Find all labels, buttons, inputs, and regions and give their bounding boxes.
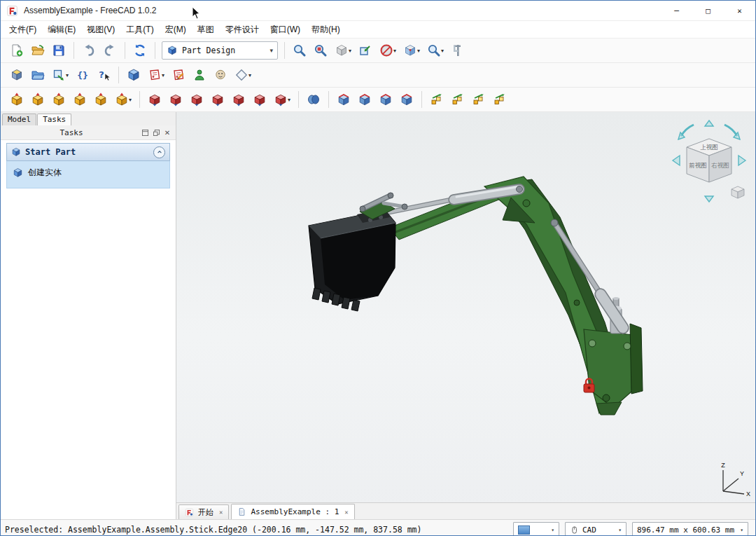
toolbar-separator (125, 42, 125, 59)
groove-icon[interactable] (187, 90, 206, 109)
chevron-down-icon: ▾ (551, 527, 554, 533)
isometric-view-icon[interactable]: ▾ (332, 41, 354, 60)
make-link-icon[interactable]: ▾ (49, 66, 71, 84)
open-document-icon[interactable] (28, 41, 48, 60)
toolbar-separator (155, 42, 155, 59)
menu-item-8[interactable]: 帮助(H) (306, 22, 346, 38)
draw-style-icon[interactable]: ▾ (377, 41, 399, 60)
task-selection-block: 创建实体 (6, 161, 170, 188)
subtractive-pipe-icon[interactable] (229, 90, 248, 109)
freecad-window: { "window": {"title": "AssemblyExample -… (0, 0, 756, 536)
create-datum-icon[interactable]: ▾ (232, 66, 254, 84)
menu-item-3[interactable]: 工具(T) (120, 22, 159, 38)
freecad-logo-icon (6, 5, 18, 17)
maximize-button[interactable]: □ (692, 1, 724, 20)
chevron-down-icon: ▾ (618, 527, 622, 533)
toolbar-separator (421, 91, 422, 108)
tab-close-icon[interactable]: ✕ (219, 509, 223, 516)
draft-icon[interactable] (376, 90, 396, 109)
axonometric-view-icon[interactable]: ▾ (400, 41, 423, 60)
navigation-cube[interactable]: 上视图 前视图 右视图 (670, 118, 748, 205)
chevron-down-icon: ▾ (270, 47, 273, 54)
measure-icon[interactable] (448, 41, 468, 60)
zoom-tools-icon[interactable]: ▾ (424, 41, 447, 60)
task-item-create-solid[interactable]: 创建实体 (7, 164, 169, 181)
close-button[interactable]: ✕ (724, 1, 755, 20)
additive-helix-icon[interactable] (91, 90, 111, 109)
new-document-icon[interactable] (7, 41, 27, 60)
create-group-icon[interactable] (28, 66, 48, 84)
subtractive-primitive-icon[interactable]: ▾ (271, 90, 293, 109)
boolean-operation-icon[interactable] (304, 90, 323, 109)
menu-item-4[interactable]: 宏(M) (160, 22, 192, 38)
additive-primitive-icon[interactable]: ▾ (112, 90, 134, 109)
viewport-size-select[interactable]: 896.47 mm x 600.63 mm ▾ (632, 522, 748, 536)
whats-this-icon[interactable] (94, 66, 113, 84)
linear-pattern-icon[interactable] (448, 90, 468, 109)
tab-close-icon[interactable]: ✕ (344, 509, 348, 516)
check-geometry-icon[interactable] (211, 66, 230, 84)
fit-all-icon[interactable] (290, 41, 309, 60)
document-icon (237, 507, 246, 516)
dock-close-icon[interactable]: ✕ (162, 127, 173, 138)
chamfer-icon[interactable] (355, 90, 374, 109)
menu-item-1[interactable]: 编辑(E) (42, 22, 81, 38)
mirrored-icon[interactable] (427, 90, 447, 109)
redo-icon[interactable] (100, 41, 120, 60)
hole-icon[interactable] (166, 90, 186, 109)
status-style-select[interactable]: ▾ (513, 522, 559, 536)
additive-pipe-icon[interactable] (70, 90, 90, 109)
toolbar-separator (298, 91, 299, 108)
sync-view-icon[interactable] (356, 41, 375, 60)
style-swatch (518, 525, 530, 535)
workbench-selector[interactable]: Part Design ▾ (162, 41, 278, 60)
toolbar-separator (328, 91, 329, 108)
refresh-document-icon[interactable] (130, 41, 150, 60)
multitransform-icon[interactable] (490, 90, 510, 109)
expression-editor-icon[interactable] (73, 66, 92, 84)
polar-pattern-icon[interactable] (469, 90, 489, 109)
pad-icon[interactable] (7, 90, 27, 109)
3d-viewport[interactable]: 上视图 前视图 右视图 Z Y X 开始 ✕ (176, 112, 755, 519)
dock-overlay-icon[interactable] (139, 127, 150, 138)
undo-icon[interactable] (79, 41, 99, 60)
task-group-start-part[interactable]: Start Part (6, 143, 170, 161)
collapse-chevron-icon[interactable] (153, 146, 165, 158)
nav-cube-body: 上视图 前视图 右视图 (687, 139, 732, 182)
minimize-button[interactable]: ─ (661, 1, 692, 20)
chevron-down-icon: ▾ (740, 527, 743, 533)
save-document-icon[interactable] (49, 41, 69, 60)
base-bracket (584, 324, 643, 415)
create-body-icon[interactable] (124, 66, 144, 84)
menu-item-7[interactable]: 窗口(W) (265, 22, 306, 38)
tab-assembly-example[interactable]: AssemblyExample : 1 ✕ (231, 504, 354, 519)
tab-model[interactable]: Model (2, 114, 36, 125)
dock-float-icon[interactable] (150, 127, 162, 138)
navigation-style-select[interactable]: CAD ▾ (565, 522, 626, 536)
toolbar-separator (74, 42, 74, 59)
menu-item-2[interactable]: 视图(V) (81, 22, 120, 38)
menu-bar: 文件(F)编辑(E)视图(V)工具(T)宏(M)草图零件设计窗口(W)帮助(H) (1, 21, 755, 39)
tab-tasks[interactable]: Tasks (37, 114, 71, 125)
tab-start-page[interactable]: 开始 ✕ (178, 504, 229, 519)
body-cube-icon (11, 147, 21, 157)
menu-item-6[interactable]: 零件设计 (220, 22, 265, 38)
create-sketch-icon[interactable]: ▾ (145, 66, 167, 84)
title-bar: AssemblyExample - FreeCAD 1.0.2 ─ □ ✕ (1, 1, 755, 21)
menu-item-0[interactable]: 文件(F) (4, 22, 42, 38)
subtractive-helix-icon[interactable] (250, 90, 270, 109)
edit-sketch-icon[interactable] (169, 66, 188, 84)
menu-item-5[interactable]: 草图 (192, 22, 220, 38)
additive-loft-icon[interactable] (49, 90, 69, 109)
thickness-icon[interactable] (397, 90, 416, 109)
fit-selection-icon[interactable] (311, 41, 330, 60)
revolution-icon[interactable] (28, 90, 48, 109)
fillet-icon[interactable] (334, 90, 354, 109)
subtractive-loft-icon[interactable] (208, 90, 227, 109)
preselection-message: Preselected: AssemblyExample.Assembly.St… (5, 525, 421, 535)
assembly-model[interactable] (176, 112, 755, 503)
task-item-label: 创建实体 (28, 167, 62, 179)
validate-sketch-icon[interactable] (190, 66, 209, 84)
create-part-icon[interactable] (7, 66, 27, 84)
pocket-icon[interactable] (145, 90, 164, 109)
